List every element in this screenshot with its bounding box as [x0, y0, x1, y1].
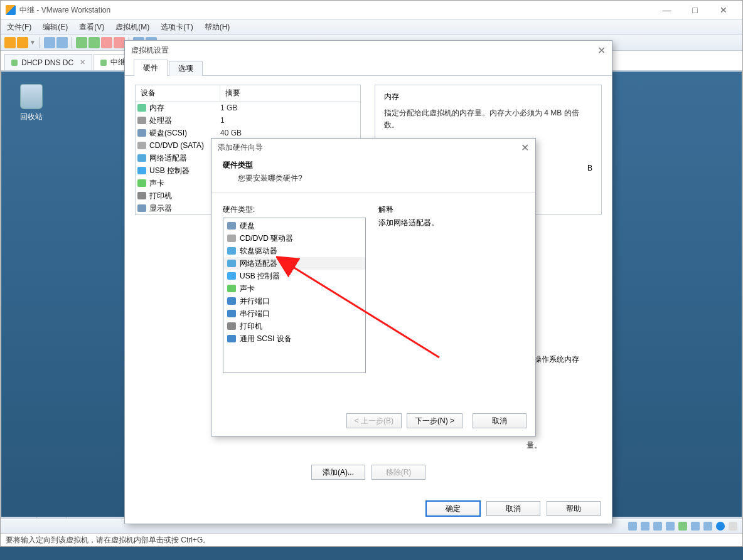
hw-type-icon: [227, 222, 236, 230]
hw-type-label: 硬盘: [240, 221, 255, 231]
minimize-button[interactable]: —: [653, 1, 681, 19]
stop-icon[interactable]: [114, 37, 125, 48]
menu-edit[interactable]: 编辑(E): [43, 22, 68, 33]
menu-view[interactable]: 查看(V): [79, 22, 104, 33]
status-message-icon[interactable]: [729, 522, 737, 531]
dialog-title: 虚拟机设置: [131, 45, 169, 56]
menu-tabs[interactable]: 选项卡(T): [161, 22, 193, 33]
explanation-label: 解释: [378, 204, 524, 215]
tab-label: 中继: [110, 57, 126, 68]
hw-icon: [137, 154, 146, 162]
wizard-close-icon[interactable]: ✕: [521, 142, 529, 154]
hw-icon: [137, 117, 146, 124]
hw-type-icon: [227, 235, 236, 242]
hw-summary: 1 GB: [220, 103, 237, 112]
hardware-row[interactable]: 处理器1: [136, 114, 360, 127]
add-hardware-button[interactable]: 添加(A)...: [311, 465, 365, 480]
power-on-icon[interactable]: [4, 37, 16, 48]
hintbar: 要将输入定向到该虚拟机，请在虚拟机内部单击或按 Ctrl+G。: [1, 533, 742, 546]
vm-running-icon: [100, 60, 107, 66]
hw-summary: 1: [220, 116, 225, 125]
cancel-button[interactable]: 取消: [486, 501, 540, 516]
hardware-type-item[interactable]: 网络适配器: [223, 257, 365, 270]
tab-dhcp-dns-dc[interactable]: DHCP DNS DC ✕: [4, 54, 92, 70]
icon-label: 回收站: [13, 112, 50, 122]
menu-help[interactable]: 帮助(H): [205, 22, 230, 33]
hw-type-icon: [227, 272, 236, 280]
next-button[interactable]: 下一步(N) >: [407, 413, 462, 428]
hw-type-icon: [227, 335, 236, 342]
memory-heading: 内存: [384, 92, 592, 102]
toolbar-icon[interactable]: [56, 37, 68, 48]
hw-type-label: CD/DVD 驱动器: [240, 233, 293, 244]
status-cd-icon[interactable]: [641, 522, 649, 531]
status-nic-icon[interactable]: [666, 522, 675, 531]
hardware-list-header: 设备 摘要: [136, 85, 360, 102]
tab-options[interactable]: 选项: [169, 61, 203, 76]
snapshot-icon[interactable]: [44, 37, 55, 48]
wizard-title: 添加硬件向导: [218, 142, 263, 153]
hw-name: 网络适配器: [148, 153, 220, 164]
window-title: 中继 - VMware Workstation: [19, 5, 110, 16]
remove-hardware-button: 移除(R): [372, 465, 425, 480]
hardware-type-item[interactable]: 软盘驱动器: [223, 245, 365, 257]
dialog-titlebar: 虚拟机设置 ✕: [125, 41, 612, 60]
hw-icon: [137, 142, 146, 149]
tab-hardware[interactable]: 硬件: [134, 60, 168, 76]
hw-icon: [137, 104, 146, 112]
hint-text: 要将输入定向到该虚拟机，请在虚拟机内部单击或按 Ctrl+G。: [6, 535, 210, 546]
status-help-icon[interactable]: [716, 522, 725, 531]
hw-type-label: 并行端口: [240, 296, 270, 307]
wizard-subheading: 您要安装哪类硬件?: [223, 173, 524, 184]
close-button[interactable]: ✕: [709, 1, 737, 19]
tab-label: DHCP DNS DC: [21, 58, 73, 67]
hardware-type-item[interactable]: 串行端口: [223, 307, 365, 320]
hardware-type-item[interactable]: CD/DVD 驱动器: [223, 232, 365, 245]
hw-type-label: 网络适配器: [240, 258, 277, 269]
status-hdd-icon[interactable]: [628, 522, 637, 531]
vm-running-icon: [11, 60, 18, 66]
help-button[interactable]: 帮助: [547, 501, 601, 516]
add-hardware-wizard-dialog: 添加硬件向导 ✕ 硬件类型 您要安装哪类硬件? 硬件类型: 硬盘CD/DVD 驱…: [211, 138, 536, 436]
col-device: 设备: [136, 85, 220, 101]
hardware-row[interactable]: 硬盘(SCSI)40 GB: [136, 127, 360, 139]
hw-type-label: 软盘驱动器: [240, 246, 277, 256]
hardware-type-item[interactable]: 并行端口: [223, 295, 365, 307]
hw-name: 打印机: [148, 191, 220, 201]
status-display-icon[interactable]: [703, 522, 712, 531]
recycle-bin-icon[interactable]: 回收站: [13, 84, 50, 122]
hardware-type-item[interactable]: 打印机: [223, 320, 365, 332]
ok-button[interactable]: 确定: [426, 501, 480, 516]
hw-type-icon: [227, 322, 236, 330]
hw-icon: [137, 129, 146, 137]
suspend-icon[interactable]: [101, 37, 112, 48]
hardware-type-item[interactable]: 声卡: [223, 282, 365, 295]
wizard-header: 硬件类型 您要安装哪类硬件?: [211, 156, 535, 193]
status-nic-icon[interactable]: [653, 522, 662, 531]
hw-name: 硬盘(SCSI): [148, 128, 220, 139]
hw-name: 内存: [148, 103, 220, 114]
hardware-type-item[interactable]: 硬盘: [223, 219, 365, 232]
status-printer-icon[interactable]: [691, 522, 700, 531]
hw-icon: [137, 179, 146, 187]
play-icon[interactable]: [76, 37, 87, 48]
wizard-cancel-button[interactable]: 取消: [473, 413, 527, 428]
hardware-type-item[interactable]: USB 控制器: [223, 270, 365, 282]
hardware-type-listbox[interactable]: 硬盘CD/DVD 驱动器软盘驱动器网络适配器USB 控制器声卡并行端口串行端口打…: [223, 218, 366, 373]
hw-name: 显示器: [148, 203, 220, 214]
hw-summary: 40 GB: [220, 129, 242, 137]
dialog-close-icon[interactable]: ✕: [597, 45, 606, 56]
hw-type-label: USB 控制器: [240, 271, 280, 282]
maximize-button[interactable]: □: [681, 1, 709, 19]
hardware-type-item[interactable]: 通用 SCSI 设备: [223, 332, 365, 345]
hw-type-label: 串行端口: [240, 309, 270, 319]
menubar: 文件(F) 编辑(E) 查看(V) 虚拟机(M) 选项卡(T) 帮助(H): [1, 19, 742, 34]
menu-file[interactable]: 文件(F): [7, 22, 31, 33]
status-sound-icon[interactable]: [678, 522, 687, 531]
wizard-titlebar: 添加硬件向导 ✕: [211, 139, 535, 156]
toolbar-icon[interactable]: [17, 37, 28, 48]
reset-icon[interactable]: [88, 37, 100, 48]
tab-close-icon[interactable]: ✕: [80, 58, 85, 66]
menu-vm[interactable]: 虚拟机(M): [115, 22, 149, 33]
hardware-row[interactable]: 内存1 GB: [136, 102, 360, 114]
